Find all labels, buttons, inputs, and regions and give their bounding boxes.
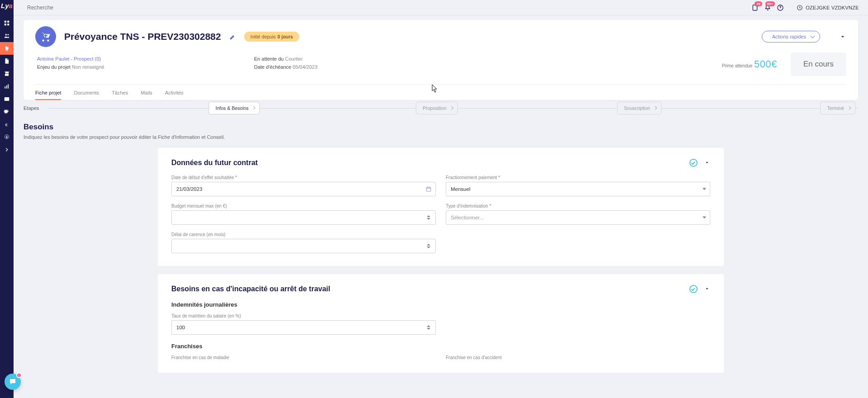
stage-stepper: Etapes Infos & Besoins Proposition Sousc…: [24, 100, 858, 116]
step-termine[interactable]: Terminé: [821, 102, 855, 114]
tab-fiche-projet[interactable]: Fiche projet: [35, 87, 61, 100]
fraction-label: Fractionnement paiement *: [446, 175, 710, 180]
svg-point-5: [7, 34, 9, 35]
svg-rect-0: [5, 21, 6, 23]
main-content: Prévoyance TNS - PREV230302882 Initié de…: [14, 15, 868, 398]
taux-label: Taux de maintien du salaire (en %): [171, 313, 436, 318]
svg-rect-15: [426, 187, 430, 191]
nav-store[interactable]: [0, 67, 14, 80]
card2-title: Besoins en cas d'incapacité ou arrêt de …: [171, 285, 689, 293]
svg-rect-6: [5, 86, 5, 89]
project-tabs: Fiche projet Documents Tâches Mails Acti…: [35, 84, 846, 100]
echeance-value: 05/04/2023: [292, 64, 317, 70]
step-souscription[interactable]: Souscription: [617, 102, 661, 114]
tab-mails[interactable]: Mails: [141, 87, 152, 100]
chevron-down-icon[interactable]: [839, 33, 846, 40]
project-avatar-cart-icon: [35, 26, 56, 47]
stepper-label: Etapes: [24, 105, 39, 111]
nav-documents[interactable]: [0, 55, 14, 67]
sidebar: Lya €: [0, 0, 14, 398]
chevron-up-icon[interactable]: [704, 285, 710, 293]
echeance-label: Date d'échéance: [254, 64, 291, 70]
svg-rect-1: [7, 21, 9, 23]
search-input[interactable]: [27, 5, 163, 11]
indemn-label: Type d'indemnisation *: [446, 204, 710, 208]
card-donnees-contrat: Données du futur contrat Date de début d…: [158, 148, 724, 266]
attente-value: Courtier: [285, 56, 303, 62]
carence-label: Délai de carence (en mois): [171, 232, 436, 237]
notes-badge: 26: [755, 1, 762, 6]
nav-messages[interactable]: [0, 93, 14, 105]
check-circle-icon: [689, 159, 698, 167]
indemn-select[interactable]: Sélectionner...: [446, 210, 710, 225]
prime-label: Prime attendue: [722, 63, 753, 68]
nav-tools[interactable]: [0, 105, 14, 118]
client-link[interactable]: Antoine Paulet - Prospect (0): [37, 56, 101, 62]
calendar-icon[interactable]: [425, 186, 432, 192]
nav-expand[interactable]: [0, 143, 14, 156]
user-name-label: OZEJGKE VZDKVNZE: [806, 5, 859, 10]
svg-rect-2: [5, 24, 6, 25]
topbar: 26 99+ OZEJGKE VZDKVNZE: [14, 0, 868, 15]
date-input[interactable]: 21/03/2023: [171, 182, 436, 196]
svg-point-11: [6, 136, 8, 138]
nav-dashboard[interactable]: [0, 17, 14, 29]
section-subtitle: Indiquez les besoins de votre prospect p…: [24, 134, 858, 140]
date-label: Date de début d'effet souhaitée *: [171, 175, 436, 180]
notes-icon[interactable]: 26: [751, 4, 759, 11]
quick-actions-button[interactable]: Actions rapides: [762, 31, 820, 43]
step-proposition[interactable]: Proposition: [416, 102, 458, 114]
svg-rect-9: [5, 97, 9, 101]
card1-title: Données du futur contrat: [171, 159, 689, 167]
chevron-up-icon[interactable]: [704, 159, 710, 167]
svg-rect-7: [6, 85, 7, 89]
project-header-card: Prévoyance TNS - PREV230302882 Initié de…: [24, 20, 858, 100]
chat-bubble[interactable]: 1: [5, 374, 21, 390]
status-badge: En cours: [791, 52, 846, 76]
budget-label: Budget mensuel max (en €): [171, 204, 436, 208]
number-stepper-icon[interactable]: [425, 242, 432, 250]
enjeu-label: Enjeu du projet: [37, 64, 71, 70]
help-icon[interactable]: [777, 4, 784, 11]
fr-maladie-label: Franchise en cas de maladie: [171, 355, 436, 360]
tab-taches[interactable]: Tâches: [112, 87, 128, 100]
svg-point-4: [5, 34, 7, 36]
svg-rect-8: [8, 84, 9, 88]
nav-projects[interactable]: [0, 42, 14, 55]
bell-badge: 99+: [765, 1, 775, 6]
initiated-pill: Initié depuis 0 jours: [244, 32, 299, 42]
nav-reports[interactable]: [0, 80, 14, 93]
svg-text:€: €: [5, 123, 8, 127]
fraction-select[interactable]: Mensuel: [446, 182, 710, 196]
nav-finance[interactable]: €: [0, 118, 14, 131]
card2-sub2: Franchises: [171, 343, 710, 350]
edit-icon[interactable]: [229, 33, 236, 40]
nav-settings[interactable]: [0, 131, 14, 143]
number-stepper-icon[interactable]: [425, 213, 432, 222]
chevron-down-icon: [703, 188, 706, 190]
budget-input[interactable]: [171, 210, 436, 225]
card-besoins-incapacite: Besoins en cas d'incapacité ou arrêt de …: [158, 274, 724, 373]
check-circle-icon: [689, 285, 698, 293]
card2-sub1: Indemnités journalières: [171, 301, 710, 308]
enjeu-value: Non renseigné: [72, 64, 104, 70]
chevron-down-icon: [703, 217, 706, 219]
svg-rect-3: [7, 24, 9, 25]
prime-value: 500€: [754, 58, 777, 70]
tab-activites[interactable]: Activités: [165, 87, 184, 100]
number-stepper-icon[interactable]: [425, 323, 432, 332]
nav-contacts[interactable]: [0, 29, 14, 42]
step-infos-besoins[interactable]: Infos & Besoins: [209, 102, 260, 114]
tab-documents[interactable]: Documents: [74, 87, 99, 100]
chat-badge: 1: [16, 373, 22, 378]
user-menu[interactable]: OZEJGKE VZDKVNZE: [797, 5, 859, 11]
logo[interactable]: Lya: [1, 0, 13, 13]
section-heading: Besoins Indiquez les besoins de votre pr…: [24, 123, 858, 140]
carence-input[interactable]: [171, 239, 436, 253]
taux-input[interactable]: 100: [171, 320, 436, 335]
section-title: Besoins: [24, 123, 858, 132]
project-title: Prévoyance TNS - PREV230302882: [64, 31, 221, 42]
fr-accident-label: Franchise en cas d'accident: [446, 355, 710, 360]
attente-label: En attente du: [254, 56, 283, 62]
bell-icon[interactable]: 99+: [764, 4, 771, 11]
